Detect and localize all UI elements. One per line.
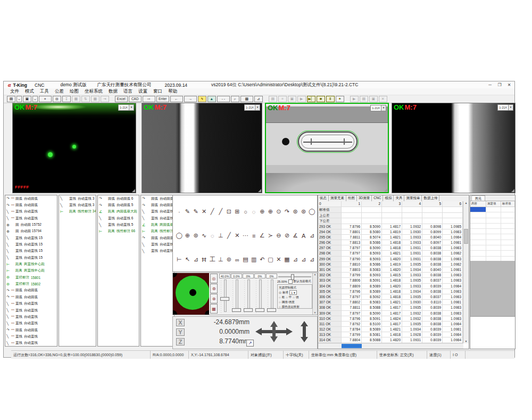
arrow-right-button[interactable]: → [184,96,197,102]
rp-row[interactable] [470,234,515,240]
table-tab[interactable]: 测量报单 [404,195,422,201]
measure-row[interactable]: 307 OK7.88028.50831.48211.09300.81101.09… [318,300,463,305]
element-item[interactable]: ╲***直线自动直线 [5,209,57,215]
scroll-down-icon[interactable]: ▼ [313,311,317,315]
tool-icon[interactable]: ↶ [258,256,267,263]
light-bulb-button[interactable]: ϟ [198,96,206,102]
menu-item[interactable]: 帮助 [168,88,177,95]
light-slider[interactable] [266,278,277,313]
tool-icon[interactable]: ⊥ [217,256,225,263]
element-item[interactable]: ↷***圆弧自动圆弧 [5,294,57,300]
light-mode-button[interactable]: ⊚ [210,284,218,293]
element-item[interactable]: ∠距离内圆弧最大距 [98,209,139,215]
tool-icon[interactable]: ⊥ [217,232,225,239]
radio-medium[interactable]: ○ [286,296,288,299]
tool-icon[interactable]: ⊿ [291,256,300,263]
delete-button[interactable]: ✕ [379,96,387,102]
stop-button[interactable]: ■ [317,96,325,102]
element-item[interactable]: ╲***直线自动直线 [5,215,57,221]
tool-icon[interactable]: ╱ [208,208,217,215]
slider-handle[interactable] [255,308,264,312]
tool-icon[interactable]: A [300,233,308,239]
measure-row[interactable]: 306 OK7.87978.50921.48181.09350.80371.09… [318,294,463,300]
element-item[interactable]: ↷圆弧自动圆弧 55 [141,195,174,202]
tool-icon[interactable]: ⊛ [300,208,308,215]
tool-icon[interactable]: ∠ [258,232,267,239]
element-item[interactable]: ╲直线自动直线 15 [5,235,57,241]
element-item[interactable]: ⊢距离两直线中心距 [5,261,57,267]
element-item[interactable]: ╲直线自动直线 15 [5,254,57,261]
tool-icon[interactable]: ∞ [233,257,242,263]
light-slider[interactable] [219,278,230,313]
radio-coarse[interactable]: ○ [279,296,281,299]
radio-strong[interactable]: ○ [293,296,295,299]
rp-row[interactable] [470,229,515,234]
tool-icon[interactable]: ◌ [250,209,258,215]
element-item[interactable]: ⊢距离两直线中心距 [5,268,57,274]
chevron-down-icon[interactable]: ▾ [255,105,260,110]
tab-element[interactable]: 图元 [471,195,485,201]
save-button[interactable]: ▤ [7,96,15,102]
tool-icon[interactable]: ◯ [175,232,184,239]
tool-icon[interactable]: ⊿ [308,232,317,239]
light-slider[interactable] [254,278,265,313]
element-item[interactable]: ╲***直线自动直线 [5,340,57,347]
table-tab[interactable]: 绘图 [346,195,357,201]
rp-row[interactable] [470,251,515,256]
rp-row[interactable] [470,218,515,224]
arrow-left-button[interactable]: ← [170,96,183,102]
enter-button[interactable]: Enter [156,96,169,102]
rp-row[interactable] [470,224,515,229]
pause-button[interactable]: ‖ [326,96,335,102]
scrollbar-thumb[interactable] [464,229,468,244]
tool-icon[interactable]: ≻ [267,232,275,239]
measure-row[interactable]: 300 OK7.88108.50861.48191.09350.80381.09… [318,262,463,267]
rp-row[interactable] [470,212,515,218]
folder-button[interactable]: ▣ [288,96,296,102]
tool-icon[interactable]: ○ [242,209,250,215]
element-item[interactable]: ⊖直径标注15802 [5,281,57,287]
measure-row[interactable]: 313 OK7.87998.50811.48181.09280.80391.09… [318,332,463,337]
tolerance-row[interactable]: 上公差 [318,213,463,219]
report-export-button[interactable]: ⇨ [143,96,155,102]
columns-button[interactable]: ≡ [278,96,287,102]
tool-icon[interactable]: ✎ [184,208,192,215]
tool-icon[interactable]: ◯ [308,208,317,215]
tool-icon[interactable]: ⊢ [175,256,184,263]
scroll-up-icon[interactable]: ▲ [313,273,317,276]
table-tab[interactable]: 测量元素 [329,195,346,201]
element-item[interactable]: ╲直线自动直线 15 [5,241,57,248]
element-item[interactable]: ╲直线自动直线 3 [59,202,96,208]
tool-icon[interactable]: ▤ [242,256,250,263]
scrollbar-thumb[interactable] [342,344,362,348]
element-item[interactable]: ↷***圆弧自动圆弧 [5,202,57,208]
measure-row[interactable]: 297 OK7.87978.50901.48181.09310.80381.09… [318,245,463,251]
zoom-select[interactable]: 1-21X ▾ [244,104,260,111]
element-item[interactable]: ↷圆弧自动圆弧 55 [141,202,174,208]
tool-icon[interactable]: ⋯ [242,232,250,239]
resize-grip-icon[interactable] [384,188,387,192]
tool-icon[interactable]: 工 [208,256,217,263]
chart-button[interactable]: ⊿ [254,96,263,102]
camera-view-1[interactable]: FFFFF OK M:7 1-21X ▾ [12,103,136,193]
tool-icon[interactable]: Ħ [200,257,209,263]
tool-icon[interactable]: ▥ [250,256,258,263]
image-mode-button[interactable]: ▲ [207,96,216,102]
measure-row[interactable]: 294 OK7.88018.50801.48191.09300.80991.09… [318,229,463,235]
radio-threshold[interactable]: ○ [279,301,281,304]
resize-grip-icon[interactable] [258,189,261,192]
disabled-tool2-button[interactable]: ▦ [91,96,99,102]
menu-item[interactable]: 窗口 [153,88,162,95]
menu-item[interactable]: 设置 [138,88,147,95]
tool-icon[interactable]: ≡ [250,233,258,239]
step-move-button[interactable]: ⇥ [101,96,109,102]
element-item[interactable]: ⊕圆自动圆 15752 [5,221,57,228]
element-item[interactable]: ╲直线自动直线 3 [59,195,96,202]
title-bar[interactable]: α T-King CNC demo 测试版 广东天行测量技术有限公司 2023.… [4,81,514,88]
tool-icon[interactable]: ↖ [184,256,192,263]
table-tab[interactable]: 数据上传 [422,195,439,201]
element-item[interactable]: ⊖直径标注15801 [5,274,57,281]
radio-standard[interactable]: ⊙ [279,291,281,294]
tool-icon[interactable]: ✕ [275,256,283,263]
measure-row[interactable]: 310 OK7.87968.50911.48241.09320.80381.09… [318,316,463,322]
